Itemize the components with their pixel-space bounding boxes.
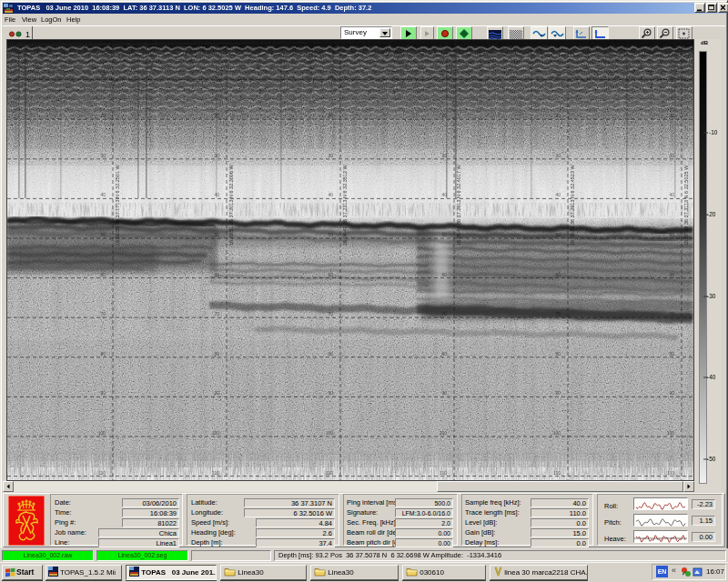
svg-text:110: 110 <box>98 470 106 476</box>
svg-text:110: 110 <box>667 470 674 476</box>
svg-text:110: 110 <box>440 470 447 476</box>
svg-text:30: 30 <box>214 153 219 158</box>
svg-text:100: 100 <box>98 430 106 436</box>
svg-text:80: 80 <box>555 351 561 356</box>
svg-text:70: 70 <box>328 311 333 316</box>
svg-text:1: 1 <box>25 30 30 39</box>
svg-text:110: 110 <box>326 470 333 476</box>
svg-text:20: 20 <box>328 113 333 118</box>
svg-text:80: 80 <box>100 351 106 356</box>
svg-text:50: 50 <box>555 232 561 237</box>
svg-text:30: 30 <box>441 153 447 158</box>
svg-text:10: 10 <box>441 74 447 79</box>
svg-text:60: 60 <box>214 272 219 277</box>
svg-text:40: 40 <box>214 192 219 197</box>
svg-text:40: 40 <box>328 192 333 197</box>
svg-text:60: 60 <box>328 272 333 277</box>
svg-text:100: 100 <box>553 430 561 436</box>
svg-text:40: 40 <box>555 192 561 197</box>
svg-text:90: 90 <box>441 390 447 396</box>
svg-text:100: 100 <box>212 430 220 436</box>
svg-text:100: 100 <box>667 430 675 436</box>
svg-text:20: 20 <box>214 113 219 118</box>
svg-text:60: 60 <box>100 272 106 277</box>
svg-text:10: 10 <box>214 74 219 79</box>
svg-text:110: 110 <box>212 470 219 476</box>
svg-text:20: 20 <box>100 113 106 118</box>
svg-text:60: 60 <box>441 272 447 277</box>
svg-text:30: 30 <box>669 153 674 158</box>
svg-text:80: 80 <box>328 351 333 356</box>
svg-text:30: 30 <box>555 153 561 158</box>
svg-text:100: 100 <box>326 430 334 436</box>
svg-text:90: 90 <box>100 390 106 396</box>
svg-text:90: 90 <box>328 390 333 396</box>
svg-text:40: 40 <box>669 192 674 197</box>
svg-text:110: 110 <box>553 470 561 476</box>
svg-text:30: 30 <box>328 153 333 158</box>
svg-text:20: 20 <box>441 113 447 118</box>
svg-text:16:04:47 36 37.2313 N 6 32.3: 16:04:47 36 37.2313 N 6 32.3512 W <box>342 165 348 246</box>
svg-text:10: 10 <box>669 74 674 79</box>
svg-text:30: 30 <box>100 153 106 158</box>
svg-text:16:02:55 36 37.1713 N 6 32.2: 16:02:55 36 37.1713 N 6 32.2501 W <box>115 165 120 246</box>
svg-text:10: 10 <box>555 74 561 79</box>
svg-text:16:03:51 36 37.2013 N 6 32.3: 16:03:51 36 37.2013 N 6 32.3006 W <box>228 165 234 246</box>
svg-text:50: 50 <box>100 232 106 237</box>
svg-text:70: 70 <box>100 311 106 316</box>
svg-text:70: 70 <box>214 311 219 316</box>
svg-text:90: 90 <box>555 390 561 396</box>
svg-text:60: 60 <box>669 272 674 277</box>
svg-text:90: 90 <box>214 390 219 396</box>
svg-text:80: 80 <box>214 351 219 356</box>
svg-text:70: 70 <box>441 311 447 316</box>
svg-text:16:05:43 36 37.2613 N 6 32.4: 16:05:43 36 37.2613 N 6 32.4017 W <box>456 165 461 246</box>
svg-text:16:07:35 36 37.3113 N 6 32.5: 16:07:35 36 37.3113 N 6 32.5025 W <box>683 165 689 246</box>
svg-text:80: 80 <box>441 351 447 356</box>
svg-text:20: 20 <box>555 113 561 118</box>
svg-text:50: 50 <box>669 232 674 237</box>
svg-text:20: 20 <box>669 113 674 118</box>
svg-text:70: 70 <box>555 311 561 316</box>
svg-text:10: 10 <box>100 74 106 79</box>
svg-text:60: 60 <box>555 272 561 277</box>
svg-text:70: 70 <box>669 311 674 316</box>
svg-text:50: 50 <box>214 232 219 237</box>
svg-text:40: 40 <box>441 192 447 197</box>
svg-text:40: 40 <box>100 192 106 197</box>
svg-text:90: 90 <box>669 390 674 396</box>
svg-text:50: 50 <box>441 232 447 237</box>
svg-text:50: 50 <box>328 232 333 237</box>
svg-text:16:06:39 36 37.2913 N 6 32.4: 16:06:39 36 37.2913 N 6 32.4523 W <box>570 165 575 246</box>
svg-text:100: 100 <box>440 430 448 436</box>
svg-text:10: 10 <box>328 74 333 79</box>
svg-text:80: 80 <box>669 351 674 356</box>
